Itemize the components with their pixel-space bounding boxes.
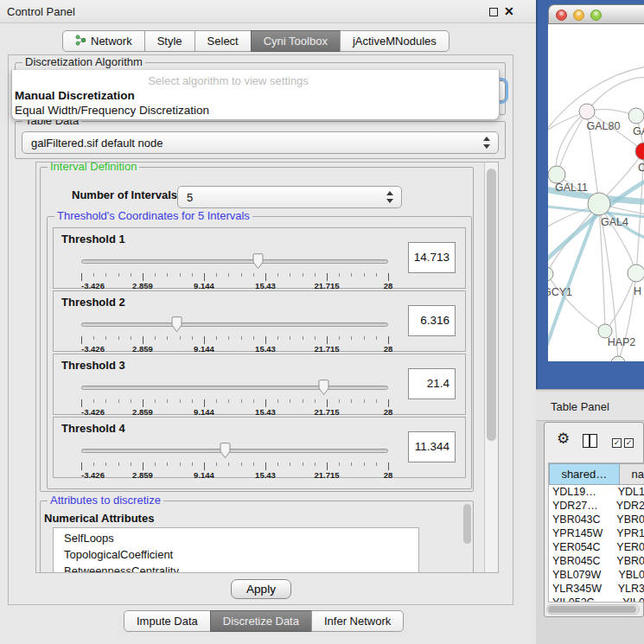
node-label: GCY1 — [548, 286, 572, 298]
traffic-light-zoom[interactable] — [590, 10, 602, 21]
table-row[interactable]: YPR145WYPR1 — [549, 526, 644, 540]
node-label: GAL4 — [601, 216, 628, 228]
attributes-scrollbar[interactable] — [463, 504, 471, 544]
cell-shared-name: YBL079W — [549, 568, 613, 582]
tab-jactivemnodules[interactable]: jActiveMNodules — [340, 30, 450, 52]
table-row[interactable]: YER054CYER0 — [549, 540, 644, 554]
threshold-slider[interactable] — [81, 316, 388, 335]
vertical-scrollbar[interactable] — [484, 163, 498, 572]
algorithm-option-equal-width-frequency-discretization[interactable]: Equal Width/Frequency Discretization — [14, 103, 497, 118]
slider-thumb[interactable] — [252, 253, 265, 270]
slider-track[interactable] — [81, 449, 388, 453]
node-table: shared…na YDL19…YDL1YDR27…YDR2YBR043CYBR… — [548, 462, 644, 603]
tick-label: 21.715 — [314, 407, 339, 417]
tab-label: Discretize Data — [223, 615, 299, 628]
tab-label: Select — [207, 35, 239, 48]
tick-label: -3.426 — [81, 470, 105, 480]
table-row[interactable]: YIL052CYIL0 — [549, 596, 644, 603]
checkbox-icon[interactable]: ✓ — [612, 438, 622, 448]
close-icon[interactable]: ✕ — [504, 4, 514, 18]
network-edge[interactable] — [587, 78, 644, 112]
tick-label: 2.859 — [132, 281, 153, 290]
attributes-group: Attributes to discretize Numerical Attri… — [40, 501, 474, 573]
traffic-light-minimize[interactable] — [573, 10, 584, 21]
network-node-ga[interactable] — [628, 108, 644, 124]
cell-shared-name: YBR043C — [549, 513, 611, 526]
columns-icon[interactable] — [583, 434, 597, 448]
threshold-slider[interactable] — [81, 442, 388, 461]
cell-shared-name: YIL052C — [549, 596, 617, 603]
slider-thumb[interactable] — [219, 443, 232, 459]
slider-thumb[interactable] — [170, 316, 183, 333]
tab-cyni-toolbox[interactable]: Cyni Toolbox — [251, 30, 341, 52]
node-label: HAP2 — [608, 336, 636, 348]
float-window-icon[interactable] — [489, 8, 498, 16]
column-header-shared[interactable]: shared… — [549, 463, 620, 485]
slider-ticks — [81, 462, 388, 470]
tab-select[interactable]: Select — [194, 30, 252, 52]
slider-thumb[interactable] — [317, 379, 330, 396]
threshold-value[interactable]: 6.316 — [408, 305, 456, 336]
slider-track[interactable] — [81, 386, 388, 390]
gear-icon[interactable]: ⚙ — [557, 431, 570, 446]
table-row[interactable]: YDR27…YDR2 — [549, 499, 644, 513]
network-node[interactable] — [611, 356, 625, 361]
network-window: GAL80GACGAL11GAL4GCY1HHAP2 — [536, 0, 644, 389]
scrollbar-thumb[interactable] — [487, 169, 496, 441]
tick-label: 9.144 — [194, 470, 214, 480]
network-edge[interactable] — [557, 112, 587, 175]
table-row[interactable]: YBR043CYBR0 — [549, 513, 644, 526]
tick-label: 2.859 — [132, 344, 153, 354]
threshold-slider[interactable] — [81, 252, 388, 271]
network-edge[interactable] — [548, 204, 599, 274]
network-edge[interactable] — [605, 273, 636, 331]
slider-track[interactable] — [81, 322, 388, 327]
apply-button[interactable]: Apply — [231, 579, 291, 599]
attribute-item[interactable]: SelfLoops — [54, 530, 418, 546]
tick-label: 15.43 — [255, 344, 276, 354]
algorithm-popup-options: Manual DiscretizationEqual Width/Frequen… — [14, 88, 497, 118]
network-node-gal4[interactable] — [588, 193, 610, 215]
network-edge[interactable] — [556, 112, 587, 175]
tab-discretize-data[interactable]: Discretize Data — [210, 610, 312, 632]
table-row[interactable]: YBL079WYBL0 — [549, 568, 644, 582]
tab-impute-data[interactable]: Impute Data — [124, 610, 211, 632]
horizontal-scrollbar[interactable] — [546, 604, 640, 615]
network-view[interactable]: GAL80GACGAL11GAL4GCY1HHAP2 — [548, 24, 644, 361]
network-edge-thick[interactable] — [548, 204, 599, 357]
num-intervals-combo[interactable]: 5 — [177, 186, 402, 208]
threshold-value[interactable]: 21.4 — [408, 368, 456, 399]
table-row[interactable]: YDL19…YDL1 — [549, 485, 644, 499]
checkbox-icon[interactable]: ✓ — [624, 438, 634, 448]
slider-track[interactable] — [81, 259, 388, 264]
threshold-slider[interactable] — [81, 379, 388, 398]
column-header-na[interactable]: na — [620, 463, 644, 485]
node-label: GAL80 — [587, 120, 621, 132]
attribute-item[interactable]: BetweennessCentrality — [54, 563, 418, 573]
attribute-item[interactable]: TopologicalCoefficient — [54, 546, 418, 563]
network-node-gal11[interactable] — [548, 166, 565, 183]
attributes-list[interactable]: SelfLoopsTopologicalCoefficientBetweenne… — [53, 527, 419, 573]
scrollbar-thumb[interactable] — [548, 606, 636, 613]
network-node-gal80[interactable] — [579, 104, 595, 119]
table-data-combo[interactable]: galFiltered.sif default node — [22, 131, 499, 154]
traffic-light-close[interactable] — [556, 10, 567, 21]
algorithm-option-manual-discretization[interactable]: Manual Discretization — [14, 88, 497, 103]
network-node-gcy1[interactable] — [548, 267, 553, 281]
tab-style[interactable]: Style — [144, 30, 195, 52]
threshold-value[interactable]: 11.344 — [408, 431, 456, 462]
table-row[interactable]: YLR345WYLR3 — [549, 582, 644, 596]
table-header: shared…na — [549, 463, 644, 485]
settings-viewport: Interval Definition Number of Intervals … — [35, 162, 499, 573]
threshold-value[interactable]: 14.713 — [408, 242, 456, 273]
tab-network[interactable]: Network — [62, 30, 145, 52]
tick-label: 21.715 — [314, 470, 339, 480]
table-row[interactable]: YBR045CYBR0 — [549, 554, 644, 568]
tick-label: -3.426 — [81, 281, 105, 290]
tab-infer-network[interactable]: Infer Network — [311, 610, 404, 632]
interval-definition-group: Interval Definition Number of Intervals … — [40, 167, 474, 492]
tick-label: 2.859 — [132, 407, 153, 417]
tab-label: jActiveMNodules — [353, 35, 437, 48]
slider-ticks — [81, 336, 388, 344]
network-node-h[interactable] — [628, 265, 644, 282]
